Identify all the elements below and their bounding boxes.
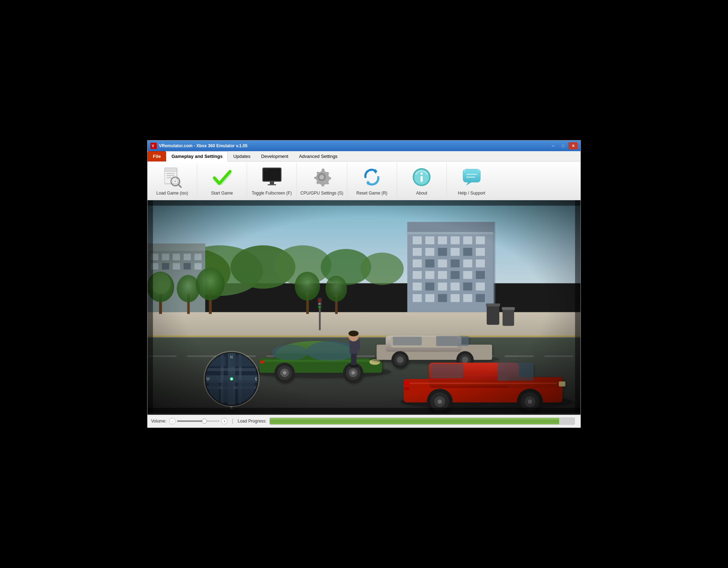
svg-rect-164 (498, 363, 534, 381)
svg-rect-40 (407, 232, 495, 234)
tab-advanced-settings[interactable]: Advanced Settings (294, 151, 343, 161)
svg-rect-102 (505, 356, 534, 357)
svg-rect-64 (476, 271, 485, 279)
close-button[interactable]: ✕ (568, 142, 578, 149)
volume-slider-thumb[interactable] (202, 419, 207, 424)
svg-rect-71 (413, 294, 422, 302)
volume-decrease-button[interactable]: − (169, 418, 176, 424)
game-screen: S N W E (148, 200, 580, 415)
svg-rect-73 (438, 294, 447, 302)
svg-rect-177 (405, 387, 410, 390)
svg-point-174 (528, 399, 532, 404)
svg-rect-53 (413, 260, 422, 267)
window-controls: ─ □ ✕ (548, 142, 578, 149)
svg-point-132 (283, 371, 287, 375)
svg-rect-187 (205, 368, 257, 371)
svg-point-23 (421, 172, 423, 175)
svg-rect-67 (438, 282, 447, 290)
tab-file[interactable]: File (148, 151, 166, 161)
svg-rect-52 (476, 248, 485, 256)
tab-gameplay[interactable]: Gameplay and Settings (166, 151, 228, 161)
svg-rect-72 (425, 294, 434, 302)
svg-rect-205 (148, 200, 153, 413)
tab-updates[interactable]: Updates (228, 151, 256, 161)
svg-rect-166 (406, 383, 557, 384)
volume-label: Volume: (151, 419, 166, 424)
svg-text:V: V (152, 144, 154, 148)
svg-rect-179 (486, 303, 500, 306)
svg-rect-138 (260, 361, 264, 363)
maximize-button[interactable]: □ (558, 142, 568, 149)
svg-rect-89 (194, 263, 202, 270)
svg-rect-144 (393, 337, 422, 345)
svg-point-120 (318, 303, 321, 305)
svg-rect-61 (438, 271, 447, 279)
load-game-button[interactable]: Load Game (iso) (148, 163, 197, 198)
svg-point-35 (360, 253, 404, 285)
svg-point-136 (351, 371, 355, 375)
svg-rect-49 (438, 248, 447, 256)
svg-rect-143 (436, 336, 469, 346)
cpu-gpu-settings-button[interactable]: CPU/GPU Settings (S) (297, 163, 347, 198)
volume-slider[interactable] (177, 420, 220, 422)
svg-rect-56 (451, 260, 460, 267)
svg-rect-88 (184, 263, 191, 270)
load-game-label: Load Game (iso) (156, 191, 188, 196)
gear-icon (310, 166, 333, 189)
volume-increase-button[interactable]: + (221, 418, 228, 424)
status-divider: | (232, 418, 233, 424)
svg-rect-54 (425, 260, 434, 267)
svg-rect-69 (463, 282, 472, 290)
svg-point-114 (295, 272, 320, 301)
monitor-icon (261, 166, 283, 189)
svg-rect-180 (503, 309, 514, 326)
about-label: About (416, 191, 427, 196)
menu-bar: File Gameplay and Settings Updates Devel… (148, 151, 580, 161)
svg-rect-181 (502, 307, 515, 310)
svg-rect-70 (476, 282, 485, 290)
app-icon: V (150, 143, 157, 149)
svg-text:W: W (206, 377, 210, 381)
svg-rect-204 (148, 408, 580, 413)
tab-development[interactable]: Development (256, 151, 294, 161)
svg-rect-194 (223, 380, 233, 403)
volume-slider-track (177, 420, 203, 422)
svg-rect-58 (476, 260, 485, 267)
checkmark-icon (211, 166, 234, 189)
svg-rect-50 (451, 248, 460, 256)
main-window: V VRemulator.com - Xbox 360 Emulator v.1… (147, 140, 581, 428)
reset-game-button[interactable]: Reset Game (R) (347, 163, 397, 198)
status-bar: Volume: − + | Load Progress: (148, 415, 580, 428)
chat-icon (460, 166, 483, 189)
volume-control: − + (169, 418, 228, 424)
progress-bar-fill (270, 418, 559, 424)
svg-rect-59 (413, 271, 422, 279)
start-game-button[interactable]: Start Game (197, 163, 247, 198)
svg-point-170 (438, 399, 442, 404)
svg-rect-26 (463, 169, 480, 182)
toggle-fullscreen-button[interactable]: Toggle Fullscreen (F) (247, 163, 297, 198)
svg-rect-41 (413, 237, 422, 244)
svg-point-126 (306, 341, 357, 361)
svg-point-197 (230, 378, 232, 380)
about-button[interactable]: About (397, 163, 447, 198)
load-progress-label: Load Progress: (238, 419, 267, 424)
svg-rect-3 (165, 168, 177, 171)
svg-rect-83 (184, 254, 191, 260)
svg-rect-92 (148, 337, 580, 338)
svg-point-127 (272, 345, 308, 361)
svg-rect-79 (148, 244, 205, 251)
svg-rect-47 (413, 248, 422, 256)
help-support-label: Help / Support (458, 191, 485, 196)
svg-rect-57 (463, 260, 472, 267)
svg-rect-74 (451, 294, 460, 302)
svg-point-147 (397, 357, 403, 363)
help-support-button[interactable]: Help / Support (447, 163, 497, 198)
svg-rect-68 (451, 282, 460, 290)
minimize-button[interactable]: ─ (548, 142, 558, 149)
svg-text:N: N (230, 355, 232, 359)
load-progress-bar (269, 418, 575, 425)
svg-rect-51 (463, 248, 472, 256)
document-search-icon (161, 166, 184, 189)
svg-rect-103 (545, 356, 573, 357)
